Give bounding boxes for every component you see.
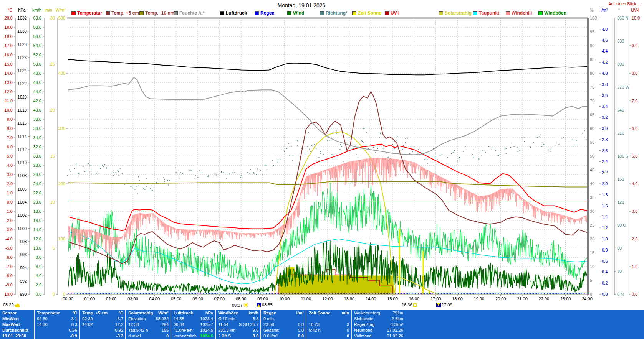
svg-text:400: 400 [58,71,65,76]
column-header: Windböen [218,310,238,316]
sun-marker-time: 16:36 [402,303,412,307]
svg-text:58.0: 58.0 [33,25,41,30]
svg-text:-3.0: -3.0 [5,227,13,232]
svg-text:1.8: 1.8 [602,193,608,197]
legend-item-temp-10-cm: Temp. -10 cm* [139,10,176,16]
svg-text:35: 35 [590,195,594,200]
svg-text:150: 150 [617,177,624,181]
svg-text:19.0: 19.0 [5,25,13,30]
sun-marker-time: 08:07 [232,303,243,308]
svg-text:15: 15 [50,154,55,158]
svg-text:23:00: 23:00 [560,296,571,301]
svg-text:20: 20 [50,108,55,112]
cell-value: 1025.7 [200,322,213,327]
svg-text:20:00: 20:00 [495,296,506,301]
status-bar: SensorMinWertMaxWertDurchschnitt19.01. 2… [0,310,644,339]
cell-value: 0.0 [298,322,304,327]
legend-item-luftdruck: Luftdruck [220,10,247,16]
cell-label: 12:38 [128,322,139,327]
svg-text:21:00: 21:00 [517,296,528,301]
legend-item-zeit-sonne: Zeit Sonne [352,10,381,16]
svg-text:7.0: 7.0 [632,99,637,103]
legend-color-swatch [71,11,76,15]
legend-color-swatch [320,11,324,15]
svg-text:14.0: 14.0 [33,227,41,232]
svg-text:1.2: 1.2 [602,225,608,230]
svg-text:05:00: 05:00 [171,296,182,301]
svg-text:22:00: 22:00 [539,296,550,301]
svg-text:13.0: 13.0 [5,80,13,85]
cell-label: Tag:5:42 h [128,327,148,333]
cell-label: dunkel [128,333,141,339]
cell-label: 11:54 [218,322,228,327]
svg-text:18:00: 18:00 [452,296,463,301]
cell-label: 02:30 [82,316,93,322]
legend-color-swatch [538,11,543,15]
cell-value: -6.7 [116,316,123,322]
legend-item-richtung: Richtung* [320,10,348,16]
weather-chart-canvas: 20.019.018.017.016.015.014.013.012.011.0… [0,0,644,339]
svg-text:0.0: 0.0 [632,292,637,296]
svg-text:36.0: 36.0 [33,126,41,131]
svg-text:16.0: 16.0 [33,218,41,223]
status-col-info: Wolkenunterg791mSichtweite2-5kmRegen/Tag… [351,310,644,339]
legend-color-swatch [139,11,144,15]
column-unit: °C [119,310,123,316]
legend-label: Feuchte A.* [179,10,205,16]
svg-text:1006: 1006 [18,187,27,191]
at-a-glance-link[interactable]: Auf einen Blick ... [608,2,641,6]
svg-text:44.0: 44.0 [33,89,41,94]
svg-text:85: 85 [590,57,594,62]
cell-value: -58.032 [154,316,169,322]
sun-marker-08-07: 08:07 [232,303,248,308]
legend-color-swatch [255,11,259,15]
svg-text:°C: °C [8,8,12,12]
svg-text:996: 996 [20,252,27,257]
svg-text:-8.0: -8.0 [5,273,13,278]
svg-text:30: 30 [590,209,594,214]
svg-text:38.0: 38.0 [33,117,41,122]
svg-text:min: min [45,8,52,12]
legend-color-swatch [385,11,389,15]
svg-text:%: % [590,8,594,12]
svg-text:09:00: 09:00 [257,296,268,301]
svg-text:km/h: km/h [32,8,41,12]
sunrise-icon [257,303,261,307]
svg-text:10: 10 [590,264,594,269]
cell-label: 00:04 [174,322,184,327]
svg-text:0.4: 0.4 [602,270,608,274]
svg-text:2.4: 2.4 [602,159,608,164]
cell-label: 5:42 h [309,327,321,333]
svg-text:20: 20 [590,237,594,241]
svg-text:45: 45 [590,168,594,172]
cell-label: Elevation [128,316,146,322]
svg-text:1026: 1026 [18,55,27,60]
svg-text:992: 992 [20,279,27,283]
svg-text:17.0: 17.0 [5,43,13,48]
svg-text:10: 10 [50,200,55,204]
cell-value: 9.6 [253,327,258,333]
svg-text:5: 5 [590,278,592,283]
column-header: Zeit Sonne [309,310,330,316]
cell-label: 19.01. 23:58 [2,333,26,339]
svg-text:1020: 1020 [18,95,27,99]
legend-color-swatch [220,11,224,15]
svg-text:10:00: 10:00 [279,296,290,301]
svg-text:300: 300 [617,62,624,66]
legend-label: Temp. -10 cm* [145,10,176,16]
svg-text:19:00: 19:00 [474,296,485,301]
svg-text:15.0: 15.0 [5,62,13,66]
svg-text:30: 30 [50,16,55,20]
legend-item-windchill: Windchill [506,10,532,16]
svg-text:1032: 1032 [18,16,27,20]
svg-text:2.2: 2.2 [602,170,608,175]
svg-text:-4.0: -4.0 [5,237,13,241]
svg-text:4.0: 4.0 [36,273,41,278]
cell-value: 0 [166,333,169,339]
cell-label: 230.3 km [218,327,235,333]
cell-value: 0 [347,333,349,339]
status-col-solarstrahlg: SolarstrahlgW/m²Elevation-58.03212:38294… [125,310,171,339]
svg-text:3.6: 3.6 [602,93,608,98]
svg-text:50: 50 [590,154,594,158]
cell-value: 5.8 [253,316,258,322]
